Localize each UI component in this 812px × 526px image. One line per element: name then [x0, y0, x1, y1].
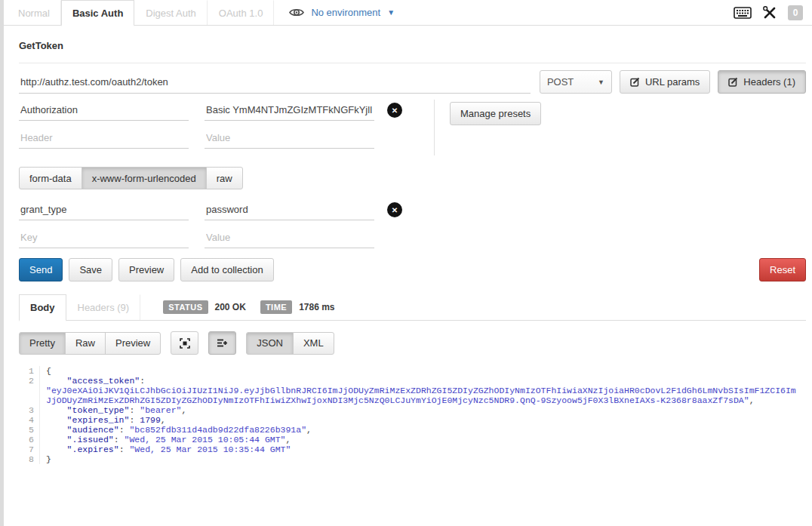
- maximize-icon: [180, 338, 190, 349]
- code-line: 2 "access_token":: [19, 376, 806, 386]
- tab-oauth10[interactable]: OAuth 1.0: [208, 0, 275, 25]
- url-params-button[interactable]: URL params: [620, 70, 710, 94]
- format-group: JSON XML: [246, 332, 334, 355]
- environment-label: No environment: [311, 7, 380, 18]
- preview-button[interactable]: Preview: [118, 258, 174, 281]
- body-row-empty: [19, 227, 420, 248]
- response-tab-body[interactable]: Body: [19, 294, 66, 321]
- settings-tools-icon[interactable]: [763, 6, 777, 20]
- collection-count-badge[interactable]: 0: [788, 5, 803, 20]
- edit-icon: [728, 77, 738, 87]
- code-line: 4 "expires_in": 1799,: [19, 415, 806, 425]
- headers-button[interactable]: Headers (1): [718, 70, 806, 94]
- remove-body-row-icon[interactable]: ✕: [387, 202, 402, 217]
- remove-header-icon[interactable]: ✕: [387, 103, 402, 118]
- status-badge: STATUS: [163, 300, 208, 314]
- manage-presets-button[interactable]: Manage presets: [450, 102, 541, 125]
- url-row: POST ▼ URL params Headers (1): [19, 70, 806, 94]
- unfold-lines-icon: [217, 338, 228, 348]
- left-edge-strip: [0, 0, 4, 526]
- url-params-label: URL params: [645, 76, 700, 88]
- code-line: 6 ".issued": "Wed, 25 Mar 2015 10:05:44 …: [19, 435, 806, 444]
- header-value-input[interactable]: [205, 100, 374, 121]
- request-actions: Send Save Preview Add to collection Rese…: [19, 258, 806, 281]
- eye-icon[interactable]: [289, 8, 304, 17]
- code-line: 5 "audience": "bc852fdb311d4adb9d22dfa82…: [19, 425, 806, 435]
- time-badge: TIME: [260, 300, 292, 314]
- format-xml[interactable]: XML: [293, 332, 334, 355]
- headers-label: Headers (1): [743, 76, 795, 88]
- header-row-empty: [19, 128, 420, 149]
- header-key-input-empty[interactable]: [19, 128, 189, 149]
- view-mode-group: Pretty Raw Preview: [19, 332, 161, 355]
- response-code: 1{2 "access_token":"eyJ0eXAiOiJKV1QiLCJh…: [19, 366, 806, 464]
- code-line: 1{: [19, 366, 806, 376]
- send-button[interactable]: Send: [19, 258, 63, 281]
- body-key-input[interactable]: [19, 199, 189, 220]
- vertical-divider: [434, 100, 435, 155]
- response-meta: STATUS 200 OK TIME 1786 ms: [163, 294, 342, 320]
- headers-editor: ✕ Manage presets: [19, 100, 806, 155]
- status-value: 200 OK: [215, 302, 246, 312]
- url-input[interactable]: [19, 71, 531, 94]
- edit-icon: [630, 77, 640, 87]
- body-type-group: form-data x-www-form-urlencoded raw: [19, 167, 243, 189]
- request-name: GetToken: [19, 26, 806, 63]
- body-type-form-data[interactable]: form-data: [19, 167, 82, 189]
- code-line: "eyJ0eXAiOiJKV1QiLCJhbGciOiJIUzI1NiJ9.ey…: [19, 386, 806, 395]
- chevron-down-icon: ▼: [387, 8, 395, 17]
- top-tab-bar: Normal Basic Auth Digest Auth OAuth 1.0 …: [0, 0, 812, 26]
- header-key-input[interactable]: [19, 100, 189, 121]
- response-section: Body Headers (9) STATUS 200 OK TIME 1786…: [19, 294, 806, 464]
- method-label: POST: [547, 76, 574, 88]
- environment-selector[interactable]: No environment ▼: [289, 0, 395, 25]
- keyboard-shortcuts-icon[interactable]: [734, 7, 752, 19]
- body-type-urlencoded[interactable]: x-www-form-urlencoded: [82, 167, 207, 189]
- code-line: 8}: [19, 454, 806, 464]
- code-line: 7 ".expires": "Wed, 25 Mar 2015 10:35:44…: [19, 444, 806, 454]
- view-pretty[interactable]: Pretty: [19, 332, 66, 355]
- body-type-raw[interactable]: raw: [206, 167, 243, 189]
- maximize-button[interactable]: [171, 331, 198, 355]
- add-to-collection-button[interactable]: Add to collection: [180, 258, 273, 281]
- reset-button[interactable]: Reset: [759, 258, 806, 281]
- topbar-actions: 0: [734, 0, 803, 25]
- method-select[interactable]: POST ▼: [540, 70, 612, 94]
- tab-normal[interactable]: Normal: [7, 0, 61, 25]
- response-tab-bar: Body Headers (9) STATUS 200 OK TIME 1786…: [19, 294, 806, 321]
- header-row: ✕: [19, 100, 420, 121]
- code-line: JjODUyZmRiMzExZDRhZGI5ZDIyZGZhODIyNmIzOT…: [19, 395, 806, 405]
- body-value-input-empty[interactable]: [205, 227, 374, 248]
- view-raw[interactable]: Raw: [65, 332, 106, 355]
- format-json[interactable]: JSON: [246, 332, 294, 355]
- body-key-input-empty[interactable]: [19, 227, 189, 248]
- line-wrap-button[interactable]: [208, 331, 236, 355]
- tab-basic-auth[interactable]: Basic Auth: [61, 0, 134, 26]
- response-tab-headers[interactable]: Headers (9): [66, 294, 141, 320]
- header-value-input-empty[interactable]: [205, 128, 374, 149]
- time-value: 1786 ms: [299, 302, 334, 312]
- response-view-toolbar: Pretty Raw Preview JSON XML: [19, 331, 806, 355]
- body-editor: ✕: [19, 199, 420, 248]
- view-preview[interactable]: Preview: [105, 332, 161, 355]
- code-line: 3 "token_type": "bearer",: [19, 405, 806, 415]
- body-row: ✕: [19, 199, 420, 220]
- tab-digest-auth[interactable]: Digest Auth: [134, 0, 208, 25]
- save-button[interactable]: Save: [69, 258, 112, 281]
- chevron-down-icon: ▼: [598, 78, 604, 86]
- body-value-input[interactable]: [205, 199, 374, 220]
